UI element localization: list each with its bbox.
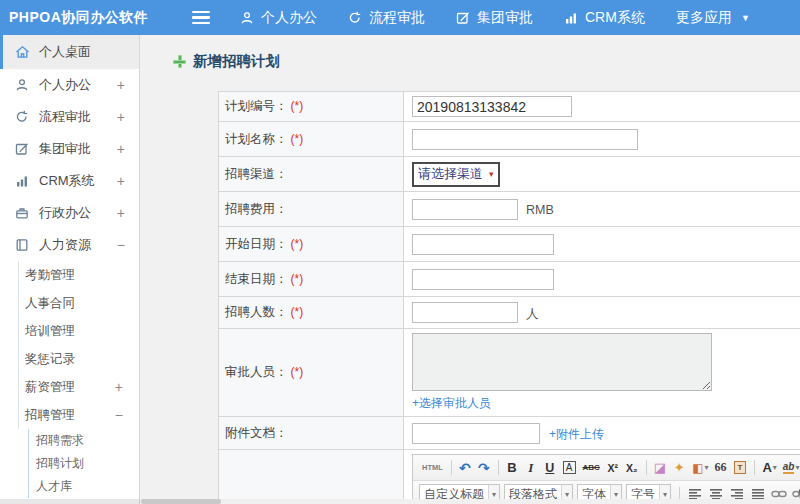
sidebar-item-label: 人力资源 — [39, 236, 91, 254]
eraser-button[interactable]: ◪ — [652, 458, 669, 478]
sidebar-item-label: 个人桌面 — [39, 43, 91, 61]
topnav-personal-office[interactable]: 个人办公 — [240, 9, 317, 27]
required-mark: (*) — [291, 272, 304, 286]
end-date-input[interactable] — [412, 269, 554, 290]
plan-number-input[interactable] — [412, 96, 572, 117]
topnav-crm-system[interactable]: CRM系统 — [564, 9, 645, 27]
attachment-upload-link[interactable]: +附件上传 — [549, 427, 604, 441]
font-color-button[interactable]: A▾ — [760, 458, 778, 478]
undo-button[interactable]: ↶ — [457, 458, 474, 478]
expand-toggle[interactable]: + — [115, 379, 123, 395]
italic-button[interactable]: I — [523, 458, 540, 478]
topnav-workflow-approval[interactable]: 流程审批 — [348, 9, 425, 27]
sidebar-subitem[interactable]: 培训管理 — [19, 317, 139, 345]
sidebar-item-crm-system[interactable]: CRM系统 + — [0, 165, 139, 197]
fee-input[interactable] — [412, 199, 518, 220]
char-border-button[interactable]: A — [561, 458, 579, 478]
strikethrough-button[interactable]: ABC — [581, 458, 603, 478]
start-date-input[interactable] — [412, 234, 554, 255]
sidebar-subitem[interactable]: 奖惩记录 — [19, 345, 139, 373]
edit-icon — [456, 11, 470, 25]
sidebar-subitem-label: 薪资管理 — [25, 379, 75, 396]
horizontal-scrollbar[interactable] — [0, 499, 800, 504]
paste-text-button[interactable]: T — [732, 458, 750, 478]
blockquote-button[interactable]: 66 — [713, 458, 730, 478]
topnav-label: 流程审批 — [369, 9, 425, 27]
approvers-textarea[interactable] — [412, 333, 712, 391]
topbar: PHPOA协同办公软件 个人办公 流程审批 集团审批 CRM系统 更多应用 ▼ — [0, 0, 800, 35]
expand-toggle[interactable]: + — [117, 109, 125, 125]
expand-toggle[interactable]: + — [117, 173, 125, 189]
person-icon — [240, 11, 254, 25]
workflow-icon — [14, 110, 30, 124]
field-label: 审批人员： — [225, 365, 288, 379]
html-source-button[interactable]: HTML — [420, 458, 446, 478]
main-content: 新增招聘计划 计划编号：(*) 计划名称：(*) 招聘渠道： 请选择渠道 ▾ — [141, 35, 800, 504]
sidebar-subsubitem-label: 招聘计划 — [36, 455, 84, 472]
bold-button[interactable]: B — [504, 458, 521, 478]
sidebar-subitem-label: 人事合同 — [25, 295, 75, 312]
toolbar-separator — [754, 460, 755, 475]
edit-icon — [14, 142, 30, 156]
chevron-down-icon: ▼ — [741, 13, 750, 23]
recruitment-plan-form: 计划编号：(*) 计划名称：(*) 招聘渠道： 请选择渠道 ▾ 招聘费用： RM… — [218, 91, 800, 504]
format-painter-button[interactable]: ◧▾ — [690, 458, 710, 478]
sidebar-subitem-label: 招聘管理 — [25, 407, 75, 424]
required-mark: (*) — [291, 132, 304, 146]
sidebar-item-workflow-approval[interactable]: 流程审批 + — [0, 101, 139, 133]
expand-toggle[interactable]: + — [117, 77, 125, 93]
sidebar-subitem-label: 奖惩记录 — [25, 351, 75, 368]
sidebar-item-personal-office[interactable]: 个人办公 + — [0, 69, 139, 101]
clean-format-button[interactable]: ✦ — [671, 458, 688, 478]
topnav-label: 更多应用 — [676, 9, 732, 27]
sidebar: 个人桌面 个人办公 + 流程审批 + 集团审批 + CRM系统 + 行政办公 + — [0, 35, 140, 504]
sidebar-subitem[interactable]: 考勤管理 — [19, 261, 139, 289]
book-icon — [14, 238, 30, 252]
sidebar-subitem[interactable]: 人事合同 — [19, 289, 139, 317]
underline-button[interactable]: U — [542, 458, 559, 478]
expand-toggle[interactable]: − — [115, 407, 123, 423]
expand-toggle[interactable]: + — [117, 205, 125, 221]
redo-button[interactable]: ↷ — [476, 458, 493, 478]
hamburger-menu-icon[interactable] — [192, 11, 210, 25]
hr-submenu: 考勤管理 人事合同 培训管理 奖惩记录 薪资管理 + 招聘管理 − — [18, 261, 139, 429]
superscript-button[interactable]: X² — [605, 458, 622, 478]
sidebar-subitem[interactable]: 薪资管理 + — [19, 373, 139, 401]
sidebar-item-personal-desktop[interactable]: 个人桌面 — [0, 35, 139, 69]
headcount-input[interactable] — [412, 302, 518, 323]
expand-toggle[interactable]: − — [117, 237, 125, 253]
toolbar-separator — [451, 460, 452, 475]
sidebar-item-human-resources[interactable]: 人力资源 − — [0, 229, 139, 261]
select-approvers-link[interactable]: +选择审批人员 — [412, 395, 491, 412]
field-label: 附件文档： — [225, 426, 288, 440]
highlight-button[interactable]: ab▾ — [781, 458, 800, 478]
scrollbar-thumb[interactable] — [141, 499, 221, 504]
sidebar-item-label: 流程审批 — [39, 108, 91, 126]
app-brand: PHPOA协同办公软件 — [0, 9, 178, 27]
required-mark: (*) — [291, 365, 304, 379]
plan-name-input[interactable] — [412, 129, 638, 150]
field-label: 招聘人数： — [225, 305, 288, 319]
fee-unit: RMB — [526, 203, 554, 217]
sidebar-subsubitem[interactable]: 招聘计划 — [29, 452, 139, 475]
field-label: 计划编号： — [225, 99, 288, 113]
sidebar-subitem[interactable]: 招聘管理 − — [19, 401, 139, 429]
bar-chart-icon — [564, 11, 578, 25]
subscript-button[interactable]: X₂ — [624, 458, 641, 478]
field-label: 结束日期： — [225, 272, 288, 286]
workflow-icon — [348, 11, 362, 25]
channel-select-value: 请选择渠道 — [418, 165, 483, 183]
channel-select[interactable]: 请选择渠道 ▾ — [412, 162, 500, 187]
sidebar-item-label: 集团审批 — [39, 140, 91, 158]
topnav-more-apps[interactable]: 更多应用 ▼ — [676, 9, 750, 27]
page-title-row: 新增招聘计划 — [173, 52, 800, 71]
toolbar-separator — [646, 460, 647, 475]
expand-toggle[interactable]: + — [117, 141, 125, 157]
sidebar-subsubitem[interactable]: 招聘需求 — [29, 429, 139, 452]
sidebar-item-group-approval[interactable]: 集团审批 + — [0, 133, 139, 165]
sidebar-subsubitem[interactable]: 人才库 — [29, 475, 139, 498]
topnav-group-approval[interactable]: 集团审批 — [456, 9, 533, 27]
attachment-input[interactable] — [412, 423, 540, 444]
editor-toolbar-row1: HTML↶↷BIUAABCX²X₂◪✦◧▾66TA▾ab▾▦ — [413, 455, 800, 481]
sidebar-item-admin-office[interactable]: 行政办公 + — [0, 197, 139, 229]
